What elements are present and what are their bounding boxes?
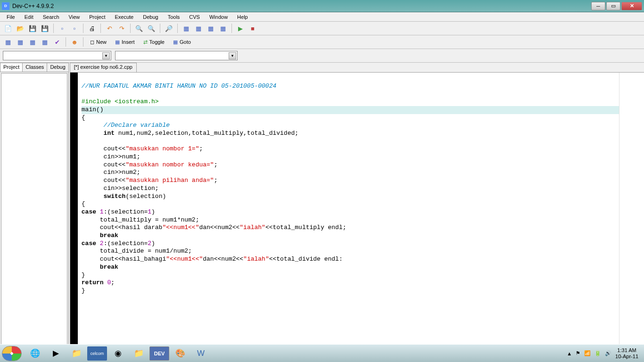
side-panel: Project Classes Debug (0, 63, 69, 354)
taskbar-app1-icon[interactable]: celcom (87, 346, 107, 361)
file-tab[interactable]: [*] exercise fop no6.2.cpp (70, 63, 137, 72)
replace-icon[interactable]: 🔍 (146, 23, 157, 33)
toggle-button[interactable]: ⇄Toggle (140, 37, 168, 47)
toolbar2-btn4-icon[interactable]: ▦ (40, 37, 50, 47)
class-combo[interactable] (3, 51, 111, 60)
close-file-icon[interactable]: ▫ (57, 23, 67, 33)
toolbar-separator (83, 24, 83, 33)
title-bar: D Dev-C++ 4.9.9.2 ─ ▭ ✕ (0, 0, 644, 12)
menu-window[interactable]: Window (205, 13, 232, 21)
menu-view[interactable]: View (64, 13, 85, 21)
menu-bar: File Edit Search View Project Execute De… (0, 12, 644, 22)
main-toolbar: 📄 📂 💾 💾 ▫ ▫ 🖨 ↶ ↷ 🔍 🔍 🔎 ▦ ▦ ▦ ▦ ▶ ■ (0, 22, 644, 35)
side-tabs: Project Classes Debug (0, 63, 68, 72)
toolbar-separator (177, 24, 178, 33)
insert-button[interactable]: ▦Insert (112, 37, 138, 47)
menu-tools[interactable]: Tools (163, 13, 185, 21)
editor-right-margin (619, 73, 644, 353)
tray-clock[interactable]: 1:31 AM 10-Apr-11 (615, 347, 638, 360)
toolbar-separator (160, 24, 160, 33)
about-icon[interactable]: ☻ (69, 37, 80, 47)
toolbar2-check-icon[interactable]: ✔ (52, 37, 62, 47)
menu-cvs[interactable]: CVS (184, 13, 205, 21)
print-icon[interactable]: 🖨 (87, 23, 97, 33)
start-button[interactable] (2, 346, 22, 361)
toolbar2-btn1-icon[interactable]: ▦ (3, 37, 13, 47)
toolbar-separator (66, 37, 66, 47)
menu-project[interactable]: Project (84, 13, 110, 21)
new-button[interactable]: ◻New (87, 37, 110, 47)
workspace: Project Classes Debug [*] exercise fop n… (0, 63, 644, 354)
toolbar-separator (231, 24, 232, 33)
goto-icon: ▦ (173, 39, 178, 45)
debug-icon[interactable]: ▶ (235, 23, 246, 33)
taskbar-ie-icon[interactable]: 🌐 (25, 346, 45, 361)
menu-debug[interactable]: Debug (138, 13, 163, 21)
open-file-icon[interactable]: 📂 (15, 23, 25, 33)
app-icon: D (2, 2, 9, 10)
new-icon: ◻ (90, 39, 94, 45)
tray-volume-icon[interactable]: 🔊 (605, 350, 611, 356)
maximize-button[interactable]: ▭ (606, 2, 620, 10)
tray-date: 10-Apr-11 (615, 354, 638, 360)
rebuild-icon[interactable]: ▦ (218, 23, 228, 33)
find-icon[interactable]: 🔍 (134, 23, 144, 33)
insert-icon: ▦ (115, 39, 120, 45)
editor-area: [*] exercise fop no6.2.cpp //NUR FADATUL… (69, 63, 644, 354)
combo-toolbar (0, 49, 644, 63)
side-tab-classes[interactable]: Classes (22, 63, 47, 72)
code-content[interactable]: //NUR FADATUL AKMAR BINTI HARUN NO ID 05… (78, 73, 619, 353)
run-icon[interactable]: ▦ (193, 23, 204, 33)
undo-icon[interactable]: ↶ (104, 23, 115, 33)
taskbar-paint-icon[interactable]: 🎨 (170, 346, 190, 361)
taskbar-explorer-icon[interactable]: 📁 (66, 346, 86, 361)
toolbar-separator (53, 24, 54, 33)
menu-edit[interactable]: Edit (20, 13, 38, 21)
project-tree[interactable] (1, 73, 67, 353)
new-file-icon[interactable]: 📄 (3, 23, 13, 33)
save-all-icon[interactable]: 💾 (40, 23, 50, 33)
minimize-button[interactable]: ─ (591, 2, 605, 10)
side-tab-project[interactable]: Project (0, 63, 23, 72)
redo-icon[interactable]: ↷ (116, 23, 127, 33)
goto-button[interactable]: ▦Goto (170, 37, 194, 47)
toolbar-separator (100, 24, 101, 33)
toggle-icon: ⇄ (143, 39, 148, 45)
menu-execute[interactable]: Execute (110, 13, 138, 21)
function-combo[interactable] (115, 51, 238, 60)
code-editor[interactable]: //NUR FADATUL AKMAR BINTI HARUN NO ID 05… (70, 72, 644, 354)
taskbar: 🌐 ▶ 📁 celcom ◉ 📁 DEV 🎨 W ▲ ⚑ 📶 🔋 🔊 1:31 … (0, 344, 644, 362)
close-button[interactable]: ✕ (621, 2, 642, 10)
side-tab-debug[interactable]: Debug (47, 63, 68, 72)
taskbar-chrome-icon[interactable]: ◉ (108, 346, 128, 361)
taskbar-media-icon[interactable]: ▶ (46, 346, 66, 361)
compile-run-icon[interactable]: ▦ (206, 23, 216, 33)
toolbar-separator (130, 24, 131, 33)
toolbar2-btn2-icon[interactable]: ▦ (15, 37, 25, 47)
taskbar-app2-icon[interactable]: 📁 (129, 346, 149, 361)
close-all-icon[interactable]: ▫ (69, 23, 80, 33)
file-tabs: [*] exercise fop no6.2.cpp (69, 63, 644, 72)
menu-file[interactable]: File (2, 13, 20, 21)
tray-time: 1:31 AM (615, 347, 638, 354)
taskbar-devcpp-icon[interactable]: DEV (149, 346, 169, 361)
tray-show-hidden-icon[interactable]: ▲ (567, 351, 572, 356)
menu-search[interactable]: Search (38, 13, 64, 21)
save-icon[interactable]: 💾 (27, 23, 38, 33)
toolbar2-btn3-icon[interactable]: ▦ (27, 37, 38, 47)
window-title: Dev-C++ 4.9.9.2 (12, 3, 591, 9)
stop-icon[interactable]: ■ (248, 23, 258, 33)
editor-gutter (70, 73, 78, 353)
menu-help[interactable]: Help (232, 13, 253, 21)
taskbar-word-icon[interactable]: W (191, 346, 211, 361)
find-again-icon[interactable]: 🔎 (164, 23, 174, 33)
tray-battery-icon[interactable]: 🔋 (594, 350, 601, 356)
tray-flag-icon[interactable]: ⚑ (576, 350, 580, 356)
system-tray: ▲ ⚑ 📶 🔋 🔊 1:31 AM 10-Apr-11 (563, 347, 642, 360)
secondary-toolbar: ▦ ▦ ▦ ▦ ✔ ☻ ◻New ▦Insert ⇄Toggle ▦Goto (0, 35, 644, 49)
compile-icon[interactable]: ▦ (181, 23, 191, 33)
toolbar-separator (83, 37, 83, 47)
tray-network-icon[interactable]: 📶 (584, 350, 591, 356)
